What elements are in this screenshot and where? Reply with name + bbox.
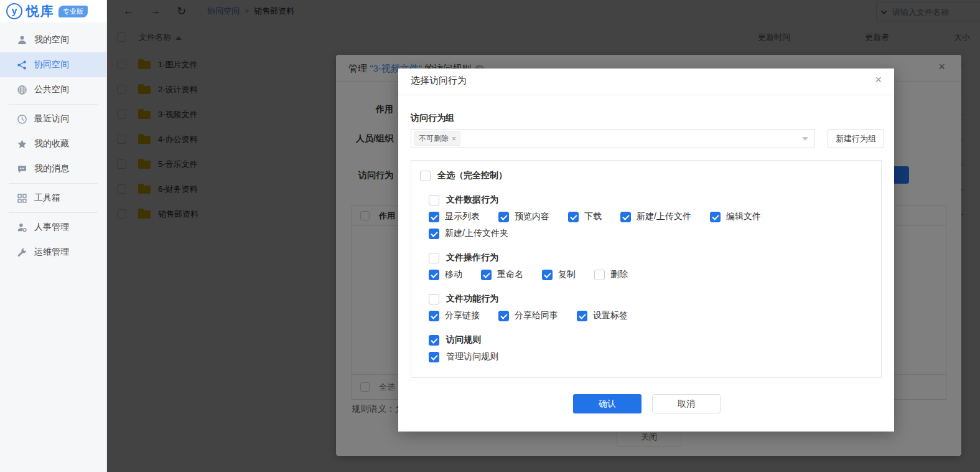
behavior-group-label: 访问行为组 — [411, 113, 454, 124]
section-checkbox[interactable] — [429, 253, 439, 263]
behavior-item[interactable]: 设置标签 — [577, 310, 628, 321]
behavior-checkbox[interactable] — [481, 270, 492, 280]
behavior-item-label: 管理访问规则 — [446, 351, 498, 362]
new-behavior-group-button[interactable]: 新建行为组 — [828, 129, 884, 148]
behavior-checkbox[interactable] — [429, 270, 439, 280]
sidebar-item-hr-management[interactable]: 人事管理 — [0, 215, 106, 240]
behavior-item[interactable]: 新建/上传文件 — [620, 211, 691, 222]
sidebar-nav: 我的空间协同空间公共空间最近访问我的收藏我的消息工具箱人事管理运维管理 — [0, 22, 106, 265]
section-header-row[interactable]: 文件功能行为 — [429, 293, 872, 304]
behavior-section: 文件操作行为移动重命名复制删除 — [429, 252, 872, 280]
sidebar-item-collab-space[interactable]: 协同空间 — [0, 52, 106, 77]
sidebar-item-my-space[interactable]: 我的空间 — [0, 27, 106, 52]
behavior-item[interactable]: 移动 — [429, 269, 462, 280]
behavior-item-label: 显示列表 — [445, 211, 480, 222]
behavior-item[interactable]: 分享链接 — [429, 310, 480, 321]
behavior-item[interactable]: 分享给同事 — [498, 310, 558, 321]
divider — [398, 95, 894, 95]
sidebar-item-label: 运维管理 — [34, 247, 69, 258]
sidebar-item-recent-visits[interactable]: 最近访问 — [0, 106, 106, 131]
sidebar-item-label: 协同空间 — [34, 59, 69, 70]
app-logo: y 悦库 专业版 — [0, 0, 106, 22]
behavior-item-label: 新建/上传文件 — [637, 211, 691, 222]
behavior-item-label: 下载 — [584, 211, 602, 222]
behavior-checkbox[interactable] — [429, 352, 439, 362]
behavior-section: 文件功能行为分享链接分享给同事设置标签 — [429, 293, 872, 321]
modal-title: 选择访问行为 — [411, 75, 467, 87]
behavior-item[interactable]: 编辑文件 — [710, 211, 761, 222]
sidebar: y 悦库 专业版 我的空间协同空间公共空间最近访问我的收藏我的消息工具箱人事管理… — [0, 0, 107, 472]
behavior-item[interactable]: 复制 — [542, 269, 576, 280]
behavior-item[interactable]: 重命名 — [481, 269, 523, 280]
sidebar-divider — [9, 183, 98, 184]
behavior-checkbox[interactable] — [429, 229, 439, 239]
behavior-checkbox[interactable] — [429, 335, 439, 346]
close-icon[interactable]: × — [875, 74, 882, 85]
behavior-item-row: 新建/上传文件夹 — [429, 228, 872, 239]
behavior-item-row: 显示列表预览内容下载新建/上传文件编辑文件 — [429, 211, 872, 222]
edition-badge: 专业版 — [58, 6, 88, 17]
sidebar-item-my-messages[interactable]: 我的消息 — [0, 156, 106, 181]
behavior-item-row: 移动重命名复制删除 — [429, 269, 872, 280]
remove-tag-icon[interactable]: × — [452, 135, 456, 143]
sidebar-item-label: 我的消息 — [34, 163, 69, 174]
behavior-checkbox-panel: 全选（完全控制）文件数据行为显示列表预览内容下载新建/上传文件编辑文件新建/上传… — [411, 160, 882, 378]
sidebar-item-label: 工具箱 — [34, 192, 60, 204]
section-header-row[interactable]: 文件操作行为 — [429, 252, 872, 263]
sidebar-item-label: 我的收藏 — [34, 138, 69, 149]
sidebar-item-public-space[interactable]: 公共空间 — [0, 77, 106, 102]
behavior-item-label: 设置标签 — [593, 310, 628, 321]
select-all-label: 全选（完全控制） — [437, 170, 507, 181]
sidebar-item-label: 公共空间 — [34, 84, 69, 95]
behavior-checkbox[interactable] — [594, 270, 605, 280]
behavior-group-select[interactable]: 不可删除 × — [411, 129, 815, 148]
behavior-item[interactable]: 显示列表 — [429, 211, 480, 222]
behavior-item[interactable]: 删除 — [594, 269, 628, 280]
behavior-checkbox[interactable] — [429, 311, 439, 321]
behavior-checkbox[interactable] — [620, 212, 631, 222]
standalone-behavior-row[interactable]: 访问规则 — [429, 334, 872, 346]
section-title: 文件功能行为 — [446, 293, 498, 304]
select-all-checkbox[interactable] — [420, 171, 431, 181]
user-gear-icon — [17, 222, 27, 233]
clock-icon — [17, 114, 27, 125]
sidebar-item-label: 最近访问 — [34, 113, 69, 125]
app-name: 悦库 — [26, 2, 55, 20]
section-checkbox[interactable] — [429, 294, 439, 304]
wrench-icon — [17, 247, 27, 258]
user-icon — [17, 35, 27, 45]
behavior-checkbox[interactable] — [577, 311, 587, 321]
section-header-row[interactable]: 文件数据行为 — [429, 194, 872, 205]
behavior-checkbox[interactable] — [498, 212, 509, 222]
behavior-item-label: 编辑文件 — [726, 211, 761, 222]
grid-icon — [17, 193, 27, 204]
section-title: 文件操作行为 — [446, 252, 498, 263]
select-caret-icon[interactable] — [802, 137, 808, 141]
behavior-checkbox[interactable] — [498, 311, 509, 321]
sidebar-divider — [9, 104, 98, 105]
behavior-item-label: 删除 — [610, 269, 628, 280]
section-checkbox[interactable] — [429, 195, 439, 205]
behavior-item-label: 新建/上传文件夹 — [445, 228, 508, 239]
cancel-button[interactable]: 取消 — [652, 394, 721, 413]
standalone-behavior-row[interactable]: 管理访问规则 — [429, 351, 872, 362]
section-title: 文件数据行为 — [446, 194, 498, 205]
confirm-button[interactable]: 确认 — [573, 394, 642, 413]
sidebar-item-label: 我的空间 — [34, 34, 69, 45]
sidebar-item-toolbox[interactable]: 工具箱 — [0, 186, 106, 210]
globe-icon — [17, 85, 27, 95]
behavior-item[interactable]: 下载 — [568, 211, 602, 222]
behavior-checkbox[interactable] — [568, 212, 579, 222]
behavior-item-row: 分享链接分享给同事设置标签 — [429, 310, 872, 321]
behavior-item-label: 移动 — [445, 269, 462, 280]
sidebar-item-my-favorites[interactable]: 我的收藏 — [0, 131, 106, 156]
behavior-checkbox[interactable] — [710, 212, 721, 222]
behavior-section: 文件数据行为显示列表预览内容下载新建/上传文件编辑文件新建/上传文件夹 — [429, 194, 872, 239]
sidebar-item-ops-management[interactable]: 运维管理 — [0, 240, 106, 265]
select-all-row[interactable]: 全选（完全控制） — [420, 170, 872, 181]
behavior-item[interactable]: 新建/上传文件夹 — [429, 228, 508, 239]
behavior-item[interactable]: 预览内容 — [498, 211, 549, 222]
behavior-checkbox[interactable] — [542, 270, 553, 280]
behavior-checkbox[interactable] — [429, 212, 439, 222]
behavior-item-label: 分享给同事 — [515, 310, 558, 321]
